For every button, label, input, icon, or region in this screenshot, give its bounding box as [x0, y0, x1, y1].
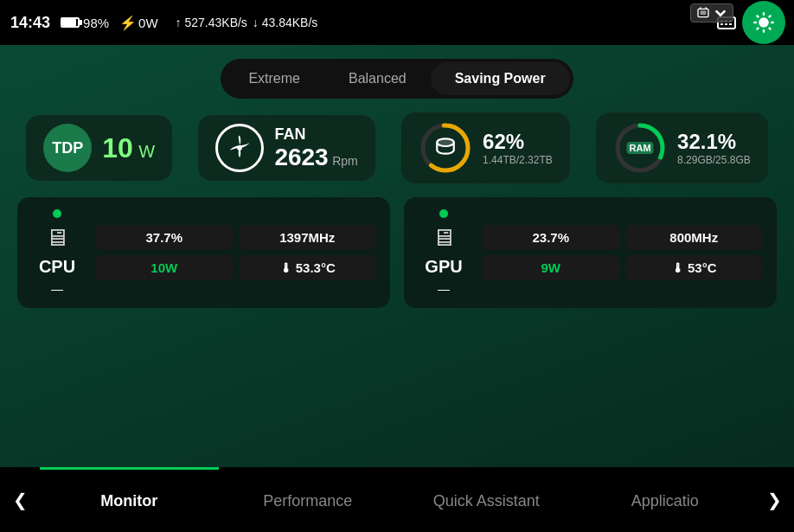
- cpu-card: 🖥 CPU — 37.7% 1397MHz 10W 🌡 53.3°C: [17, 197, 390, 308]
- ram-circle: RAM: [613, 121, 667, 175]
- cpu-power: 10W: [95, 255, 234, 280]
- svg-rect-6: [720, 23, 723, 25]
- thermometer-icon: 🌡: [279, 260, 292, 275]
- gpu-power: 9W: [482, 255, 620, 280]
- ram-block: RAM 32.1% 8.29GB/25.8GB: [596, 112, 768, 183]
- disk-info: 62% 1.44TB/2.32TB: [483, 130, 553, 166]
- power-mode-selector: Extreme Balanced Saving Power: [221, 59, 573, 99]
- stats-row: TDP 10 W FAN 2623 Rpm: [17, 112, 777, 183]
- fan-rpm-unit: Rpm: [332, 154, 358, 168]
- nav-item-performance[interactable]: Performance: [219, 467, 398, 532]
- nav-right-arrow[interactable]: ❯: [754, 467, 794, 532]
- tdp-label: TDP: [43, 124, 92, 172]
- fan-rpm-group: 2623 Rpm: [274, 144, 357, 171]
- gpu-name: GPU: [425, 257, 462, 277]
- cpu-usage: 37.7%: [95, 225, 234, 250]
- nav-item-quick-assistant[interactable]: Quick Assistant: [397, 467, 576, 532]
- gpu-thermometer-icon: 🌡: [671, 260, 684, 275]
- tdp-value-group: 10 W: [102, 132, 155, 164]
- tdp-block: TDP 10 W: [26, 115, 172, 181]
- tdp-unit: W: [138, 142, 155, 161]
- clock: 14:43: [10, 14, 50, 32]
- gpu-dash: —: [438, 282, 450, 296]
- ram-info: 32.1% 8.29GB/25.8GB: [677, 130, 751, 166]
- cpu-icon: 🖥: [45, 223, 69, 252]
- fan-label: FAN: [274, 125, 357, 144]
- cpu-freq: 1397MHz: [239, 225, 377, 250]
- fan-info: FAN 2623 Rpm: [274, 125, 357, 171]
- power-value: 0W: [138, 16, 158, 30]
- cpu-temp: 🌡 53.3°C: [239, 255, 377, 280]
- top-right-controls: [711, 7, 784, 38]
- saving-power-mode-btn[interactable]: Saving Power: [431, 62, 570, 95]
- gpu-card-left: 🖥 GPU —: [418, 209, 470, 296]
- battery-pct: 98%: [83, 16, 109, 30]
- capture-icon: [696, 6, 710, 20]
- cpu-status-dot: [53, 209, 61, 218]
- gpu-usage: 23.7%: [482, 225, 620, 250]
- gpu-temp: 🌡 53°C: [625, 255, 764, 280]
- disk-pct: 62%: [483, 130, 553, 154]
- main-content: Extreme Balanced Saving Power TDP 10 W F…: [0, 45, 794, 467]
- svg-line-18: [769, 28, 771, 29]
- gpu-metrics: 23.7% 800MHz 9W 🌡 53°C: [482, 225, 763, 280]
- bottom-nav: ❮ Monitor Performance Quick Assistant Ap…: [0, 467, 794, 532]
- tdp-value: 10: [102, 132, 133, 163]
- svg-point-21: [238, 145, 243, 151]
- ram-detail: 8.29GB/25.8GB: [677, 154, 751, 166]
- gpu-icon: 🖥: [432, 223, 456, 252]
- hw-cards-row: 🖥 CPU — 37.7% 1397MHz 10W 🌡 53.3°C 🖥 GPU…: [17, 197, 777, 308]
- power-indicator: ⚡ 0W: [119, 15, 158, 31]
- gpu-freq: 800MHz: [625, 225, 764, 250]
- fan-icon: [215, 124, 264, 172]
- disk-block: 62% 1.44TB/2.32TB: [401, 112, 570, 183]
- cpu-card-left: 🖥 CPU —: [31, 209, 83, 296]
- nav-left-arrow[interactable]: ❮: [0, 467, 40, 532]
- net-download: ↓ 43.84KB/s: [253, 16, 318, 29]
- extreme-mode-btn[interactable]: Extreme: [224, 62, 324, 95]
- cpu-name: CPU: [39, 257, 75, 277]
- balanced-mode-btn[interactable]: Balanced: [324, 62, 431, 95]
- network-indicator: ↑ 527.43KB/s ↓ 43.84KB/s: [176, 16, 318, 29]
- nav-item-applications[interactable]: Applicatio: [576, 467, 755, 532]
- disk-detail: 1.44TB/2.32TB: [483, 154, 553, 166]
- battery-indicator: 98%: [61, 16, 109, 30]
- ram-pct: 32.1%: [677, 130, 751, 154]
- svg-rect-8: [729, 23, 732, 25]
- sun-icon-btn[interactable]: [742, 1, 785, 44]
- svg-point-12: [759, 17, 769, 28]
- ram-label: RAM: [627, 142, 654, 154]
- fan-rpm: 2623: [274, 144, 328, 170]
- top-bar: 14:43 98% ⚡ 0W ↑ 527.43KB/s ↓ 43.84KB/s: [0, 0, 794, 45]
- nav-items: Monitor Performance Quick Assistant Appl…: [40, 467, 754, 532]
- lightning-icon: ⚡: [119, 15, 137, 31]
- svg-line-19: [769, 16, 771, 17]
- svg-point-25: [437, 138, 454, 146]
- svg-rect-7: [725, 23, 727, 25]
- nav-item-monitor[interactable]: Monitor: [40, 467, 219, 532]
- svg-line-20: [757, 28, 759, 29]
- capture-overlay[interactable]: [690, 3, 733, 22]
- cpu-metrics: 37.7% 1397MHz 10W 🌡 53.3°C: [95, 225, 376, 280]
- net-upload: ↑ 527.43KB/s: [176, 16, 247, 29]
- gpu-card: 🖥 GPU — 23.7% 800MHz 9W 🌡 53°C: [404, 197, 777, 308]
- disk-circle: [419, 121, 472, 175]
- chevron-down-icon: [714, 6, 727, 20]
- disk-icon: [434, 135, 457, 161]
- svg-rect-1: [701, 10, 707, 15]
- svg-line-17: [757, 16, 759, 17]
- gpu-status-dot: [439, 209, 448, 218]
- battery-icon: [61, 17, 80, 28]
- fan-block: FAN 2623 Rpm: [198, 115, 375, 181]
- cpu-dash: —: [51, 282, 63, 296]
